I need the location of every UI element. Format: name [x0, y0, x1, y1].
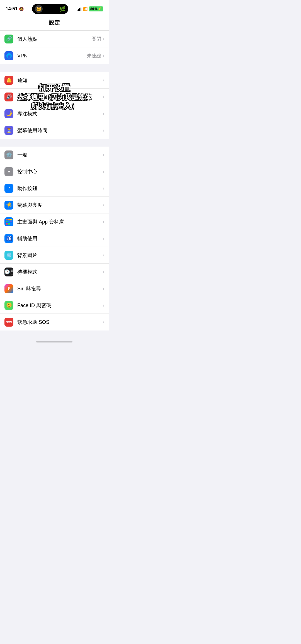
- sos-label: 緊急求助 SOS: [17, 319, 103, 325]
- vpn-value: 未連線: [87, 53, 101, 59]
- mute-icon: 🔕: [19, 7, 24, 11]
- settings-item-controlcenter[interactable]: ≡ 控制中心 ›: [0, 163, 109, 180]
- controlcenter-icon: ≡: [4, 167, 13, 176]
- settings-item-general[interactable]: ⚙️ 一般 ›: [0, 147, 109, 163]
- action-chevron: ›: [103, 186, 104, 191]
- settings-item-homescreen[interactable]: 主畫面與 App 資料庫 ›: [0, 213, 109, 230]
- hotspot-label: 個人熱點: [17, 36, 92, 42]
- display-icon: ☀️: [4, 201, 13, 210]
- accessibility-chevron: ›: [103, 236, 104, 241]
- settings-item-accessibility[interactable]: ♿ 輔助使用 ›: [0, 230, 109, 247]
- section-gap-3: [0, 330, 109, 338]
- wifi-icon: 📶: [83, 7, 88, 11]
- settings-item-notification[interactable]: 🔔 通知 ›: [0, 72, 109, 89]
- siri-label: Siri 與搜尋: [17, 285, 103, 292]
- standby-label: 待機模式: [17, 269, 103, 275]
- settings-item-standby[interactable]: 🕐 ≡ 待機模式 ›: [0, 264, 109, 280]
- notification-label: 通知: [17, 77, 103, 84]
- hotspot-chevron: ›: [103, 37, 104, 42]
- settings-item-action[interactable]: ↗ 動作按鈕 ›: [0, 180, 109, 197]
- screentime-icon: ⏳: [4, 126, 13, 135]
- faceid-icon: 😊: [4, 301, 13, 310]
- homescreen-chevron: ›: [103, 219, 104, 224]
- section-system: ⚙️ 一般 › ≡ 控制中心 › ↗ 動作按鈕 › ☀️ 螢幕與亮度 ›: [0, 147, 109, 330]
- siri-chevron: ›: [103, 286, 104, 291]
- accessibility-icon: ♿: [4, 234, 13, 243]
- focus-label: 專注模式: [17, 110, 103, 117]
- notification-chevron: ›: [103, 78, 104, 83]
- display-chevron: ›: [103, 203, 104, 208]
- status-bar: 14:51 🔕 🐱 🌿 📶 86%⚡: [0, 0, 109, 16]
- status-time-area: 14:51 🔕: [6, 6, 24, 12]
- screentime-chevron: ›: [103, 128, 104, 133]
- general-icon: ⚙️: [4, 150, 13, 159]
- hotspot-value: 關閉: [92, 36, 101, 42]
- settings-item-focus[interactable]: 🌙 專注模式 ›: [0, 105, 109, 122]
- action-icon: ↗: [4, 184, 13, 193]
- action-label: 動作按鈕: [17, 185, 103, 192]
- di-app-icon-right: 🌿: [59, 6, 65, 12]
- settings-item-sos[interactable]: SOS 緊急求助 SOS ›: [0, 314, 109, 330]
- home-indicator: [0, 338, 109, 345]
- sos-icon: SOS: [4, 318, 13, 327]
- standby-chevron: ›: [103, 269, 104, 274]
- vpn-chevron: ›: [103, 53, 104, 58]
- faceid-chevron: ›: [103, 303, 104, 308]
- time-display: 14:51: [6, 6, 18, 12]
- settings-item-sound[interactable]: 🔊 聲音與觸覺回報 ›: [0, 89, 109, 105]
- standby-icon: 🕐 ≡: [4, 268, 13, 276]
- status-indicators: 📶 86%⚡: [77, 6, 103, 11]
- sos-chevron: ›: [103, 320, 104, 325]
- sound-chevron: ›: [103, 94, 104, 99]
- vpn-icon: 🌐: [4, 51, 13, 60]
- settings-item-siri[interactable]: 🎙 Siri 與搜尋 ›: [0, 280, 109, 297]
- section-gap-1: [0, 64, 109, 72]
- accessibility-label: 輔助使用: [17, 235, 103, 242]
- settings-item-display[interactable]: ☀️ 螢幕與亮度 ›: [0, 197, 109, 213]
- battery-percent: 86: [90, 7, 94, 11]
- screentime-label: 螢幕使用時間: [17, 127, 103, 134]
- wallpaper-chevron: ›: [103, 253, 104, 258]
- homescreen-label: 主畫面與 App 資料庫: [17, 218, 103, 225]
- section-connectivity: 🔗 個人熱點 關閉 › 🌐 VPN 未連線 ›: [0, 31, 109, 64]
- settings-item-screentime[interactable]: ⏳ 螢幕使用時間 ›: [0, 122, 109, 139]
- settings-item-vpn[interactable]: 🌐 VPN 未連線 ›: [0, 47, 109, 64]
- home-bar: [36, 341, 72, 342]
- page-title: 設定: [0, 16, 109, 31]
- vpn-label: VPN: [17, 53, 87, 59]
- settings-item-faceid[interactable]: 😊 Face ID 與密碼 ›: [0, 297, 109, 314]
- focus-chevron: ›: [103, 111, 104, 116]
- di-app-icon-left: 🐱: [35, 5, 43, 13]
- notification-icon: 🔔: [4, 76, 13, 85]
- wallpaper-icon: ❄️: [4, 251, 13, 260]
- display-label: 螢幕與亮度: [17, 202, 103, 208]
- settings-item-wallpaper[interactable]: ❄️ 背景圖片 ›: [0, 247, 109, 264]
- focus-icon: 🌙: [4, 109, 13, 118]
- sound-label: 聲音與觸覺回報: [17, 94, 103, 100]
- hotspot-icon: 🔗: [4, 35, 13, 43]
- general-label: 一般: [17, 152, 103, 158]
- homescreen-icon: [4, 217, 13, 226]
- settings-item-hotspot[interactable]: 🔗 個人熱點 關閉 ›: [0, 31, 109, 47]
- grid-dots-icon: [6, 219, 12, 225]
- dynamic-island: 🐱 🌿: [32, 4, 68, 14]
- section-gap-2: [0, 139, 109, 147]
- sound-icon: 🔊: [4, 93, 13, 101]
- section-notifications: 🔔 通知 › 🔊 聲音與觸覺回報 › 🌙 專注模式 › ⏳ 螢幕使用時間 ›: [0, 72, 109, 139]
- faceid-label: Face ID 與密碼: [17, 302, 103, 309]
- siri-icon: 🎙: [4, 284, 13, 293]
- controlcenter-chevron: ›: [103, 169, 104, 174]
- battery-indicator: 86%⚡: [89, 6, 103, 11]
- general-chevron: ›: [103, 152, 104, 157]
- wallpaper-label: 背景圖片: [17, 252, 103, 259]
- controlcenter-label: 控制中心: [17, 168, 103, 175]
- signal-strength-icon: [77, 7, 81, 11]
